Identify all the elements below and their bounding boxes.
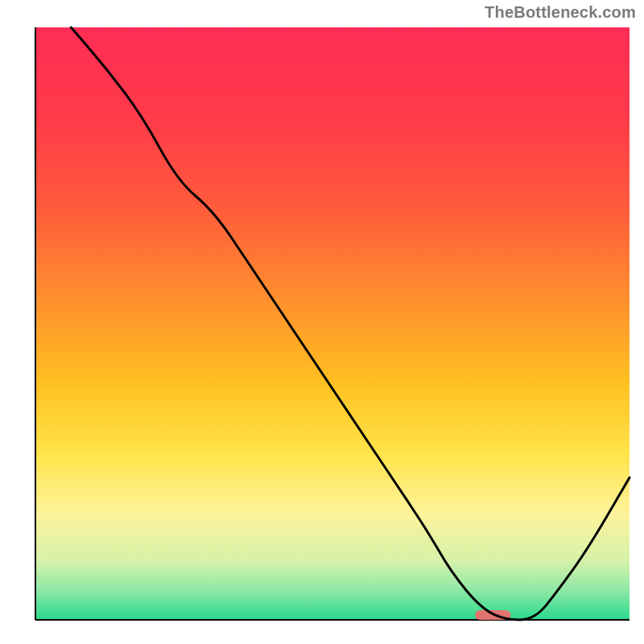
plot-background	[35, 27, 630, 620]
bottleneck-chart	[0, 0, 644, 644]
watermark-text: TheBottleneck.com	[485, 3, 636, 22]
chart-container: TheBottleneck.com	[0, 0, 644, 644]
